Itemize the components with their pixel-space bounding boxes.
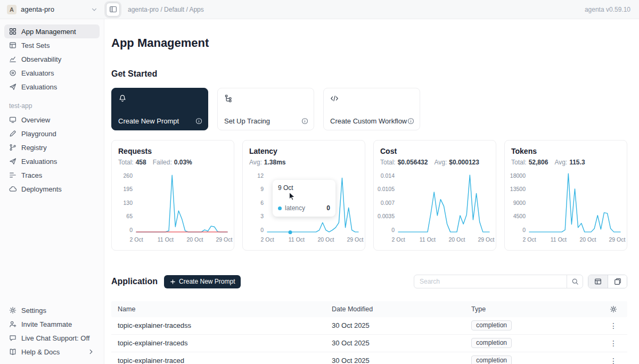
get-started-card-set-up-tracing[interactable]: Set Up Tracing [217,88,314,130]
stat-label: Avg: [249,159,262,166]
table-row[interactable]: topic-explainer-traceds30 Oct 2025comple… [111,335,627,352]
branch-icon [9,144,17,151]
x-tick-label: 20 Oct [448,236,465,243]
x-tick-label: 20 Oct [186,236,203,243]
stat-card-title: Cost [380,147,489,155]
sidebar-item-evaluators[interactable]: Evaluators [4,66,100,80]
column-date-modified[interactable]: Date Modified [325,305,465,313]
chart-plot-tokens[interactable] [529,173,620,233]
column-name[interactable]: Name [111,305,325,313]
sidebar-item-test-sets[interactable]: Test Sets [4,38,100,52]
column-settings-button[interactable] [600,305,627,313]
get-started-card-create-new-prompt[interactable]: Create New Prompt [111,88,208,130]
stat-label: Avg: [434,159,447,166]
cell-name[interactable]: topic-explainer-tracedss [111,321,325,329]
y-tick-label: 4500 [513,213,526,219]
sidebar-item-evaluations[interactable]: Evaluations [4,154,100,168]
sidebar-item-label: Playground [21,130,56,138]
sidebar-item-observability[interactable]: Observability [4,52,100,66]
stat-value: 0.03% [174,159,192,166]
x-tick-label: 29 Oct [347,236,363,243]
y-axis: 0.0140.01050.0070.00350 [380,173,398,233]
cell-type: completion [465,355,600,364]
cell-name[interactable]: topic-explainer-traced [111,357,325,364]
monitor-icon [9,116,17,123]
stat-card-cost: CostTotal:$0.056432Avg:$0.0001230.0140.0… [373,140,496,251]
x-tick-label: 29 Oct [216,236,232,243]
pencil-icon [9,130,17,137]
get-started-card-create-custom-workflow[interactable]: Create Custom Workflow [323,88,420,130]
x-tick-label: 2 Oct [522,236,536,243]
y-axis: 129630 [249,173,267,233]
type-badge: completion [471,355,512,364]
column-type[interactable]: Type [465,305,600,313]
sidebar-nav-app: OverviewPlaygroundRegistryEvaluationsTra… [4,113,100,196]
sidebar-toggle-button[interactable] [106,3,120,16]
chat-icon [9,334,17,342]
sidebar-item-invite-teammate[interactable]: Invite Teammate [4,317,100,331]
search-button[interactable] [567,275,583,288]
sidebar-item-playground[interactable]: Playground [4,127,100,140]
sidebar-item-overview[interactable]: Overview [4,113,100,127]
sidebar-item-label: Evaluators [21,69,54,77]
create-button-label: Create New Prompt [179,278,235,285]
y-tick-label: 195 [123,186,133,192]
chart-plot-requests[interactable] [136,173,227,233]
row-menu-button[interactable]: ⋮ [610,322,617,329]
sidebar-item-label: Live Chat Support: Off [21,334,89,342]
x-tick-label: 29 Oct [609,236,625,243]
sidebar: App ManagementTest SetsObservabilityEval… [0,19,104,364]
apps-table: Name Date Modified Type topic-explainer-… [111,301,627,364]
sidebar-item-traces[interactable]: Traces [4,168,100,182]
workspace-selector[interactable]: A agenta-pro [0,5,104,14]
stat-value: $0.056432 [398,159,428,166]
info-icon[interactable] [407,118,414,125]
y-tick-label: 6 [260,200,264,206]
y-tick-label: 0 [129,227,133,233]
send-icon [9,158,17,165]
chart-tooltip: 9 Octlatency0 [273,180,335,217]
list-icon [9,42,17,49]
sidebar-item-settings[interactable]: Settings [4,303,100,317]
row-menu-button[interactable]: ⋮ [610,357,617,364]
sidebar-item-registry[interactable]: Registry [4,140,100,154]
chart-icon [9,55,17,63]
sidebar-item-evaluations[interactable]: Evaluations [4,80,100,94]
create-new-prompt-button[interactable]: Create New Prompt [164,275,241,288]
row-menu-button[interactable]: ⋮ [610,340,617,347]
table-row[interactable]: topic-explainer-traced30 Oct 2025complet… [111,352,627,364]
app-version: agenta v0.59.10 [585,6,630,13]
stat-label: Total: [118,159,134,166]
info-icon[interactable] [195,118,202,125]
table-view-button[interactable] [588,275,608,288]
info-icon[interactable] [301,118,308,125]
sidebar-nav-bottom: SettingsInvite TeammateLive Chat Support… [4,303,100,359]
gear-icon [610,305,617,313]
sidebar-item-help-docs[interactable]: Help & Docs [4,345,100,359]
y-tick-label: 9 [260,186,264,192]
card-view-button[interactable] [608,275,627,288]
y-tick-label: 0.014 [381,173,395,179]
stat-label: Failed: [153,159,172,166]
search-input[interactable] [414,278,567,285]
x-axis: 2 Oct11 Oct20 Oct29 Oct [398,236,489,244]
sidebar-item-app-management[interactable]: App Management [4,24,100,38]
mouse-cursor-icon [289,192,296,202]
sidebar-item-label: Overview [21,116,50,124]
cell-name[interactable]: topic-explainer-traceds [111,339,325,347]
sidebar-item-label: Evaluations [21,83,57,91]
book-icon [9,348,17,355]
x-tick-label: 11 Oct [551,236,567,243]
y-tick-label: 13500 [510,186,526,192]
stat-card-latency: LatencyAvg:1.38ms1296302 Oct11 Oct20 Oct… [242,140,365,251]
stat-card-title: Tokens [511,147,620,155]
sidebar-item-live-chat-support-off[interactable]: Live Chat Support: Off [4,331,100,345]
breadcrumb[interactable]: agenta-pro / Default / Apps [128,6,204,13]
y-tick-label: 0.0035 [378,213,395,219]
sidebar-item-label: Registry [21,144,47,152]
table-row[interactable]: topic-explainer-tracedss30 Oct 2025compl… [111,317,627,335]
sidebar-item-deployments[interactable]: Deployments [4,182,100,196]
x-tick-label: 20 Oct [579,236,596,243]
chart-plot-cost[interactable] [398,173,489,233]
table-header: Name Date Modified Type [111,301,627,317]
